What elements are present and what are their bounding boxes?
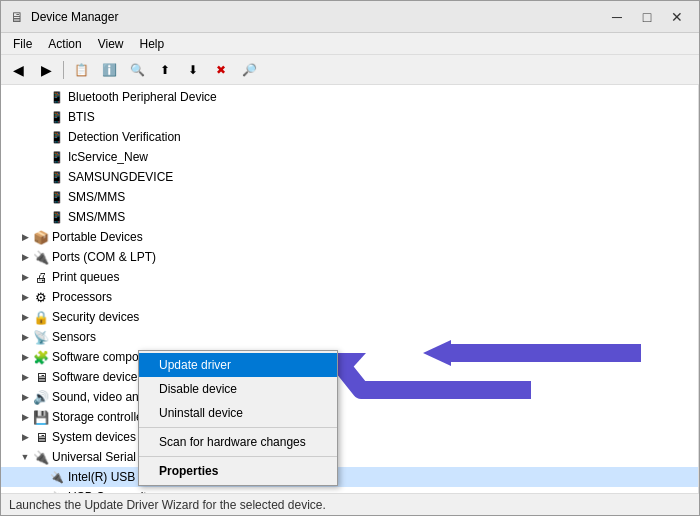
toolbar: ◀ ▶ 📋 ℹ️ 🔍 ⬆ ⬇ ✖ 🔎 — [1, 55, 699, 85]
tree-item-btis[interactable]: 📱 BTIS — [1, 107, 698, 127]
ctx-scan-hardware[interactable]: Scan for hardware changes — [139, 430, 337, 454]
tree-label: SMS/MMS — [68, 210, 125, 224]
portable-icon: 📦 — [33, 229, 49, 245]
system-icon: 🖥 — [33, 429, 49, 445]
device-manager-window: 🖥 Device Manager ─ □ ✕ File Action View … — [0, 0, 700, 516]
security-icon: 🔒 — [33, 309, 49, 325]
window-controls: ─ □ ✕ — [603, 6, 691, 28]
maximize-button[interactable]: □ — [633, 6, 661, 28]
menu-action[interactable]: Action — [40, 35, 89, 53]
storage-icon: 💾 — [33, 409, 49, 425]
rollback-button[interactable]: ⬇ — [180, 58, 206, 82]
scan-hardware-button[interactable]: 🔎 — [236, 58, 262, 82]
usb-controllers-icon: 🔌 — [33, 449, 49, 465]
tree-item-usb-composite[interactable]: 🔌 USB Composite ... — [1, 487, 698, 493]
sound-icon: 🔊 — [33, 389, 49, 405]
tree-label: Security devices — [52, 310, 139, 324]
tree-label: Ports (COM & LPT) — [52, 250, 156, 264]
tree-label: SAMSUNGDEVICE — [68, 170, 173, 184]
status-bar: Launches the Update Driver Wizard for th… — [1, 493, 699, 515]
tree-label: System devices — [52, 430, 136, 444]
minimize-button[interactable]: ─ — [603, 6, 631, 28]
window-title: Device Manager — [31, 10, 603, 24]
print-icon: 🖨 — [33, 269, 49, 285]
tree-label: Software devices — [52, 370, 143, 384]
intel-usb-icon: 🔌 — [49, 469, 65, 485]
ctx-separator-1 — [139, 427, 337, 428]
ctx-disable-device[interactable]: Disable device — [139, 377, 337, 401]
title-bar: 🖥 Device Manager ─ □ ✕ — [1, 1, 699, 33]
expand-icon — [33, 87, 49, 107]
tree-label: Sensors — [52, 330, 96, 344]
tree-item-software-components[interactable]: ▶ 🧩 Software components — [1, 347, 698, 367]
device-icon: 📱 — [49, 89, 65, 105]
tree-item-software-devices[interactable]: ▶ 🖥 Software devices — [1, 367, 698, 387]
device-icon: 📱 — [49, 109, 65, 125]
tree-item-bluetooth-peripheral[interactable]: 📱 Bluetooth Peripheral Device — [1, 87, 698, 107]
menu-bar: File Action View Help — [1, 33, 699, 55]
tree-item-storage[interactable]: ▶ 💾 Storage controllers — [1, 407, 698, 427]
tree-item-sms1[interactable]: 📱 SMS/MMS — [1, 187, 698, 207]
tree-item-ports[interactable]: ▶ 🔌 Ports (COM & LPT) — [1, 247, 698, 267]
tree-label: Processors — [52, 290, 112, 304]
tree-item-icservice[interactable]: 📱 IcService_New — [1, 147, 698, 167]
tree-item-sound[interactable]: ▶ 🔊 Sound, video and game controllers — [1, 387, 698, 407]
tree-item-system[interactable]: ▶ 🖥 System devices — [1, 427, 698, 447]
status-text: Launches the Update Driver Wizard for th… — [9, 498, 326, 512]
uninstall-button[interactable]: ✖ — [208, 58, 234, 82]
close-button[interactable]: ✕ — [663, 6, 691, 28]
tree-label: Portable Devices — [52, 230, 143, 244]
ctx-uninstall-device[interactable]: Uninstall device — [139, 401, 337, 425]
device-icon: 📱 — [49, 189, 65, 205]
tree-label: USB Composite ... — [68, 490, 167, 493]
processors-icon: ⚙ — [33, 289, 49, 305]
tree-item-samsung[interactable]: 📱 SAMSUNGDEVICE — [1, 167, 698, 187]
device-icon: 📱 — [49, 209, 65, 225]
forward-button[interactable]: ▶ — [33, 58, 59, 82]
sensors-icon: 📡 — [33, 329, 49, 345]
tree-label: Print queues — [52, 270, 119, 284]
device-icon: 📱 — [49, 129, 65, 145]
tree-label: BTIS — [68, 110, 95, 124]
tree-label: IcService_New — [68, 150, 148, 164]
tree-item-sms2[interactable]: 📱 SMS/MMS — [1, 207, 698, 227]
menu-file[interactable]: File — [5, 35, 40, 53]
update-driver-button[interactable]: ⬆ — [152, 58, 178, 82]
tree-item-security[interactable]: ▶ 🔒 Security devices — [1, 307, 698, 327]
menu-help[interactable]: Help — [132, 35, 173, 53]
context-menu: Update driver Disable device Uninstall d… — [138, 350, 338, 486]
tree-item-print[interactable]: ▶ 🖨 Print queues — [1, 267, 698, 287]
device-tree[interactable]: 📱 Bluetooth Peripheral Device 📱 BTIS 📱 D… — [1, 85, 699, 493]
tree-item-processors[interactable]: ▶ ⚙ Processors — [1, 287, 698, 307]
tree-label: SMS/MMS — [68, 190, 125, 204]
device-icon: 📱 — [49, 169, 65, 185]
menu-view[interactable]: View — [90, 35, 132, 53]
scan-button[interactable]: 🔍 — [124, 58, 150, 82]
tree-label: Bluetooth Peripheral Device — [68, 90, 217, 104]
back-button[interactable]: ◀ — [5, 58, 31, 82]
device-info-button[interactable]: ℹ️ — [96, 58, 122, 82]
ctx-properties[interactable]: Properties — [139, 459, 337, 483]
ports-icon: 🔌 — [33, 249, 49, 265]
device-icon: 📱 — [49, 149, 65, 165]
tree-item-sensors[interactable]: ▶ 📡 Sensors — [1, 327, 698, 347]
expand-ports[interactable]: ▶ — [17, 247, 33, 267]
expand-portable[interactable]: ▶ — [17, 227, 33, 247]
tree-item-portable[interactable]: ▶ 📦 Portable Devices — [1, 227, 698, 247]
content-area: 📱 Bluetooth Peripheral Device 📱 BTIS 📱 D… — [1, 85, 699, 493]
window-icon: 🖥 — [9, 9, 25, 25]
software-devices-icon: 🖥 — [33, 369, 49, 385]
tree-item-intel-usb[interactable]: 🔌 Intel(R) USB 3.0 ... — [1, 467, 698, 487]
properties-button[interactable]: 📋 — [68, 58, 94, 82]
tree-label: Detection Verification — [68, 130, 181, 144]
tree-item-detection[interactable]: 📱 Detection Verification — [1, 127, 698, 147]
toolbar-sep-1 — [63, 61, 64, 79]
software-components-icon: 🧩 — [33, 349, 49, 365]
ctx-update-driver[interactable]: Update driver — [139, 353, 337, 377]
tree-item-usb-controllers[interactable]: ▼ 🔌 Universal Serial Bus controllers — [1, 447, 698, 467]
usb-composite-icon: 🔌 — [49, 489, 65, 493]
ctx-separator-2 — [139, 456, 337, 457]
